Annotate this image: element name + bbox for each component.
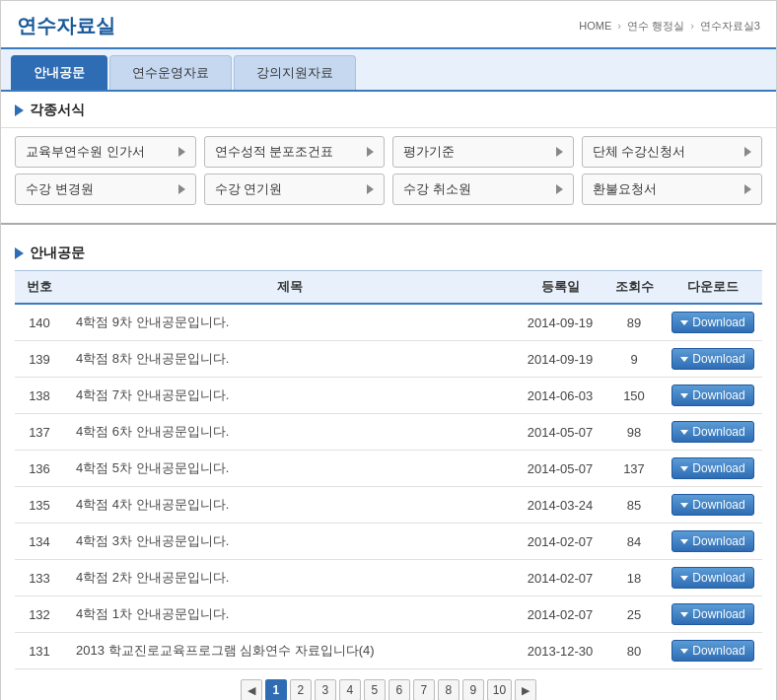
cell-no: 138 [15,378,64,414]
page-6[interactable]: 6 [388,679,410,700]
cell-no: 137 [15,414,64,451]
download-button[interactable]: Download [671,457,753,479]
cell-title[interactable]: 4학점 3차 안내공문입니다. [64,524,516,560]
download-button[interactable]: Download [671,421,753,443]
table-row: 140 4학점 9차 안내공문입니다. 2014-09-19 89 Downlo… [15,304,762,341]
page-8[interactable]: 8 [438,679,459,700]
page-9[interactable]: 9 [462,679,484,700]
download-button[interactable]: Download [671,494,753,516]
cell-views: 9 [604,341,664,378]
page-prev[interactable]: ◀ [241,679,262,700]
pagination: ◀ 1 2 3 4 5 6 7 8 9 10 ▶ [1,669,776,700]
cell-views: 80 [604,633,664,669]
download-button[interactable]: Download [671,567,753,589]
cell-download: Download [664,414,762,451]
tab-강의지원자료[interactable]: 강의지원자료 [234,55,356,90]
form-btn-수강연기원[interactable]: 수강 연기원 [204,174,386,205]
breadcrumb: HOME › 연수 행정실 › 연수자료실3 [579,19,760,34]
form-btn-단체수강신청서[interactable]: 단체 수강신청서 [582,136,763,168]
cell-download: Download [664,596,762,633]
form-grid: 교육부연수원 인가서 연수성적 분포조건표 평가기준 단체 수강신청서 수강 변… [1,128,776,225]
cell-download: Download [664,451,762,487]
form-btn-arrow-icon [178,184,185,194]
cell-title[interactable]: 2013 학교진로교육프로그램 심화연수 자료입니다(4) [64,633,516,669]
cell-title[interactable]: 4학점 8차 안내공문입니다. [64,341,516,378]
col-다운로드: 다운로드 [664,271,762,305]
cell-views: 18 [604,560,664,596]
cell-download: Download [664,341,762,378]
download-arrow-icon [680,466,688,471]
download-button[interactable]: Download [671,530,753,552]
form-btn-arrow-icon [178,147,185,157]
download-arrow-icon [680,430,688,435]
cell-download: Download [664,378,762,414]
page-3[interactable]: 3 [315,679,336,700]
cell-no: 132 [15,596,64,633]
cell-date: 2014-06-03 [516,378,604,414]
tab-연수운영자료[interactable]: 연수운영자료 [109,55,232,90]
download-arrow-icon [680,393,688,398]
download-button[interactable]: Download [671,348,753,370]
page-4[interactable]: 4 [339,679,361,700]
cell-no: 136 [15,451,64,487]
cell-title[interactable]: 4학점 1차 안내공문입니다. [64,596,516,633]
form-btn-arrow-icon [367,147,374,157]
cell-date: 2014-09-19 [516,304,604,341]
form-row-2: 수강 변경원 수강 연기원 수강 취소원 환불요청서 [15,174,762,205]
form-btn-수강취소원[interactable]: 수강 취소원 [392,174,574,205]
form-btn-연수성적분포조건표[interactable]: 연수성적 분포조건표 [204,136,386,168]
download-button[interactable]: Download [671,385,753,406]
table-row: 135 4학점 4차 안내공문입니다. 2014-03-24 85 Downlo… [15,487,762,524]
cell-date: 2014-02-07 [516,524,604,560]
cell-title[interactable]: 4학점 6차 안내공문입니다. [64,414,516,451]
cell-date: 2014-05-07 [516,414,604,451]
col-조회수: 조회수 [604,271,664,305]
cell-title[interactable]: 4학점 4차 안내공문입니다. [64,487,516,524]
page-2[interactable]: 2 [290,679,312,700]
form-btn-환불요청서[interactable]: 환불요청서 [582,174,763,205]
col-등록일: 등록일 [516,271,604,305]
page-10[interactable]: 10 [487,679,512,700]
page-5[interactable]: 5 [364,679,386,700]
cell-title[interactable]: 4학점 7차 안내공문입니다. [64,378,516,414]
download-button[interactable]: Download [671,312,753,333]
table-row: 134 4학점 3차 안내공문입니다. 2014-02-07 84 Downlo… [15,524,762,560]
tab-안내공문[interactable]: 안내공문 [11,55,107,90]
cell-date: 2014-09-19 [516,341,604,378]
cell-date: 2014-05-07 [516,451,604,487]
page-next[interactable]: ▶ [515,679,536,700]
download-arrow-icon [680,539,688,544]
download-button[interactable]: Download [671,640,753,662]
cell-title[interactable]: 4학점 9차 안내공문입니다. [64,304,516,341]
table-row: 131 2013 학교진로교육프로그램 심화연수 자료입니다(4) 2013-1… [15,633,762,669]
form-btn-교육부연수원인가서[interactable]: 교육부연수원 인가서 [15,136,196,168]
download-button[interactable]: Download [671,603,753,625]
cell-date: 2014-02-07 [516,560,604,596]
page-7[interactable]: 7 [413,679,435,700]
cell-date: 2013-12-30 [516,633,604,669]
table-row: 136 4학점 5차 안내공문입니다. 2014-05-07 137 Downl… [15,451,762,487]
page-1[interactable]: 1 [265,679,287,700]
cell-title[interactable]: 4학점 5차 안내공문입니다. [64,451,516,487]
form-btn-수강변경원[interactable]: 수강 변경원 [15,174,196,205]
table-section-arrow-icon [15,247,24,259]
cell-download: Download [664,304,762,341]
col-번호: 번호 [15,271,64,305]
cell-no: 131 [15,633,64,669]
download-arrow-icon [680,503,688,508]
cell-date: 2014-03-24 [516,487,604,524]
table-section-header: 안내공문 [15,235,762,270]
form-btn-평가기준[interactable]: 평가기준 [392,136,574,168]
forms-section-header: 각종서식 [1,92,776,128]
table-header-row: 번호 제목 등록일 조회수 다운로드 [15,271,762,305]
table-row: 133 4학점 2차 안내공문입니다. 2014-02-07 18 Downlo… [15,560,762,596]
cell-title[interactable]: 4학점 2차 안내공문입니다. [64,560,516,596]
data-table: 번호 제목 등록일 조회수 다운로드 140 4학점 9차 안내공문입니다. 2… [15,270,762,669]
cell-date: 2014-02-07 [516,596,604,633]
form-btn-arrow-icon [556,184,563,194]
cell-download: Download [664,524,762,560]
section-arrow-icon [15,105,24,116]
cell-download: Download [664,487,762,524]
table-row: 132 4학점 1차 안내공문입니다. 2014-02-07 25 Downlo… [15,596,762,633]
table-row: 138 4학점 7차 안내공문입니다. 2014-06-03 150 Downl… [15,378,762,414]
